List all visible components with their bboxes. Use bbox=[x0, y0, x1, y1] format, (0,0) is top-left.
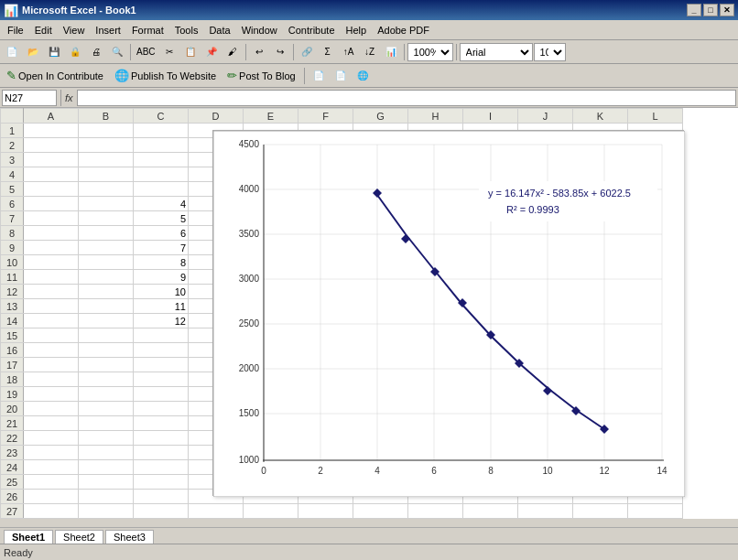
insert-link[interactable]: 🔗 bbox=[297, 42, 317, 62]
cell-26-3[interactable] bbox=[134, 490, 189, 504]
row-header-17[interactable]: 17 bbox=[1, 358, 24, 372]
chart-button[interactable]: 📊 bbox=[381, 42, 401, 62]
row-header-9[interactable]: 9 bbox=[1, 241, 24, 255]
cell-22-3[interactable] bbox=[134, 431, 189, 446]
contrib-extra-1[interactable]: 📄 bbox=[309, 66, 329, 86]
row-header-14[interactable]: 14 bbox=[1, 314, 24, 328]
paste-button[interactable]: 📌 bbox=[201, 42, 222, 62]
cell-14-1[interactable] bbox=[24, 314, 79, 328]
cell-10-1[interactable] bbox=[24, 255, 79, 270]
open-button[interactable]: 📂 bbox=[23, 42, 43, 62]
row-header-20[interactable]: 20 bbox=[1, 402, 24, 416]
row-header-16[interactable]: 16 bbox=[1, 343, 24, 358]
cell-18-3[interactable] bbox=[134, 372, 189, 387]
cell-8-1[interactable] bbox=[24, 226, 79, 241]
cell-2-3[interactable] bbox=[134, 138, 189, 153]
tab-sheet2[interactable]: Sheet2 bbox=[55, 530, 103, 544]
cell-11-3[interactable]: 9 bbox=[134, 270, 189, 285]
cell-11-1[interactable] bbox=[24, 270, 79, 285]
cell-23-1[interactable] bbox=[24, 446, 79, 460]
cell-27-1[interactable] bbox=[24, 504, 79, 519]
autosum-button[interactable]: Σ bbox=[318, 42, 338, 62]
maximize-button[interactable]: □ bbox=[703, 4, 718, 16]
cell-1-3[interactable] bbox=[134, 124, 189, 138]
cell-3-2[interactable] bbox=[79, 153, 134, 167]
menu-help[interactable]: Help bbox=[341, 20, 373, 39]
cell-15-3[interactable] bbox=[134, 328, 189, 343]
menu-file[interactable]: File bbox=[2, 20, 29, 39]
cell-5-3[interactable] bbox=[134, 182, 189, 197]
cell-24-1[interactable] bbox=[24, 460, 79, 475]
cell-24-3[interactable] bbox=[134, 460, 189, 475]
cell-18-2[interactable] bbox=[79, 372, 134, 387]
tab-sheet1[interactable]: Sheet1 bbox=[4, 530, 53, 544]
cell-27-9[interactable] bbox=[463, 504, 518, 519]
cell-27-7[interactable] bbox=[353, 504, 408, 519]
contrib-extra-3[interactable]: 🌐 bbox=[353, 66, 373, 86]
minimize-button[interactable]: _ bbox=[687, 4, 701, 16]
cell-7-3[interactable]: 5 bbox=[134, 211, 189, 226]
cell-27-6[interactable] bbox=[298, 504, 353, 519]
cell-5-2[interactable] bbox=[79, 182, 134, 197]
cell-27-8[interactable] bbox=[408, 504, 463, 519]
cell-7-1[interactable] bbox=[24, 211, 79, 226]
row-header-6[interactable]: 6 bbox=[1, 197, 24, 211]
row-header-21[interactable]: 21 bbox=[1, 416, 24, 431]
contrib-extra-2[interactable]: 📄 bbox=[331, 66, 351, 86]
cell-16-2[interactable] bbox=[79, 343, 134, 358]
row-header-15[interactable]: 15 bbox=[1, 328, 24, 343]
cell-9-2[interactable] bbox=[79, 241, 134, 255]
col-header-f[interactable]: F bbox=[298, 109, 353, 124]
row-header-4[interactable]: 4 bbox=[1, 167, 24, 182]
cell-19-2[interactable] bbox=[79, 387, 134, 402]
redo-button[interactable]: ↪ bbox=[270, 42, 290, 62]
cell-21-3[interactable] bbox=[134, 416, 189, 431]
name-box[interactable]: N27 bbox=[2, 90, 57, 106]
cell-24-2[interactable] bbox=[79, 460, 134, 475]
row-header-2[interactable]: 2 bbox=[1, 138, 24, 153]
tab-sheet3[interactable]: Sheet3 bbox=[105, 530, 154, 544]
row-header-11[interactable]: 11 bbox=[1, 270, 24, 285]
cell-13-2[interactable] bbox=[79, 299, 134, 314]
menu-edit[interactable]: Edit bbox=[29, 20, 58, 39]
row-header-24[interactable]: 24 bbox=[1, 460, 24, 475]
cell-25-1[interactable] bbox=[24, 475, 79, 490]
cell-21-2[interactable] bbox=[79, 416, 134, 431]
row-header-13[interactable]: 13 bbox=[1, 299, 24, 314]
row-header-5[interactable]: 5 bbox=[1, 182, 24, 197]
menu-window[interactable]: Window bbox=[236, 20, 283, 39]
cell-4-3[interactable] bbox=[134, 167, 189, 182]
row-header-22[interactable]: 22 bbox=[1, 431, 24, 446]
zoom-select[interactable]: 100% 75% 50% bbox=[407, 43, 453, 61]
cell-17-2[interactable] bbox=[79, 358, 134, 372]
cell-9-3[interactable]: 7 bbox=[134, 241, 189, 255]
save-button[interactable]: 💾 bbox=[44, 42, 64, 62]
format-painter[interactable]: 🖌 bbox=[222, 42, 243, 62]
col-header-i[interactable]: I bbox=[463, 109, 518, 124]
cell-27-2[interactable] bbox=[79, 504, 134, 519]
cell-19-1[interactable] bbox=[24, 387, 79, 402]
cell-27-11[interactable] bbox=[573, 504, 628, 519]
close-button[interactable]: ✕ bbox=[720, 4, 734, 16]
row-header-7[interactable]: 7 bbox=[1, 211, 24, 226]
menu-view[interactable]: View bbox=[58, 20, 91, 39]
open-in-contribute-button[interactable]: ✎ Open In Contribute bbox=[2, 66, 108, 86]
cell-27-12[interactable] bbox=[628, 504, 683, 519]
new-button[interactable]: 📄 bbox=[2, 42, 22, 62]
col-header-d[interactable]: D bbox=[189, 109, 244, 124]
col-header-b[interactable]: B bbox=[79, 109, 134, 124]
formula-input[interactable] bbox=[77, 90, 736, 106]
menu-adobe-pdf[interactable]: Adobe PDF bbox=[372, 20, 435, 39]
cell-19-3[interactable] bbox=[134, 387, 189, 402]
cell-27-5[interactable] bbox=[244, 504, 298, 519]
print-button[interactable]: 🖨 bbox=[86, 42, 106, 62]
cell-22-2[interactable] bbox=[79, 431, 134, 446]
cell-16-3[interactable] bbox=[134, 343, 189, 358]
cell-27-4[interactable] bbox=[189, 504, 244, 519]
col-header-h[interactable]: H bbox=[408, 109, 463, 124]
row-header-10[interactable]: 10 bbox=[1, 255, 24, 270]
cell-26-2[interactable] bbox=[79, 490, 134, 504]
col-header-e[interactable]: E bbox=[244, 109, 298, 124]
cell-27-3[interactable] bbox=[134, 504, 189, 519]
cell-12-1[interactable] bbox=[24, 285, 79, 299]
